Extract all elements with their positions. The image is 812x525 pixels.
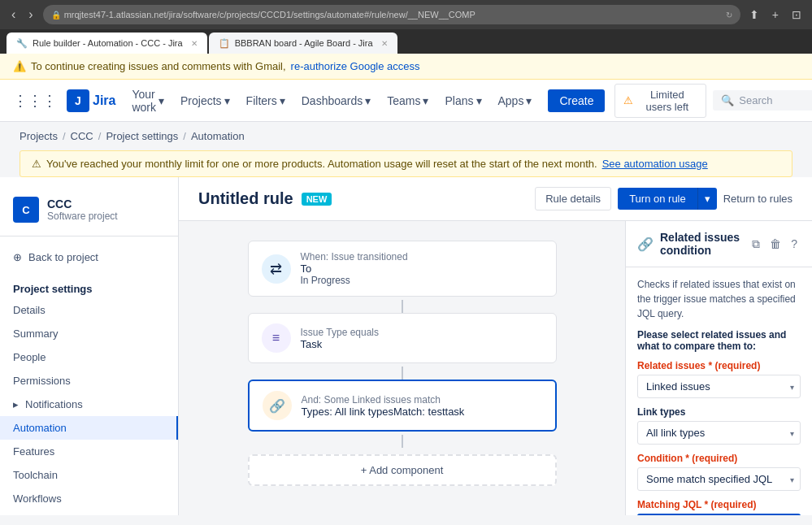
- add-component-button[interactable]: + Add component: [248, 454, 557, 486]
- address-bar[interactable]: 🔒 mrqjtest47-1.atlassian.net/jira/softwa…: [43, 5, 740, 24]
- condition-select-wrapper: Some match specified JQL ▾: [637, 467, 801, 491]
- tab-close-2[interactable]: ✕: [381, 39, 388, 48]
- flow-text-trigger: When: Issue transitioned To In Progress: [301, 251, 543, 286]
- nav-teams[interactable]: Teams ▾: [380, 89, 435, 112]
- sidebar-item-automation[interactable]: Automation: [0, 416, 178, 440]
- create-button[interactable]: Create: [548, 89, 605, 112]
- logo-text: Jira: [93, 93, 115, 108]
- matching-jql-input[interactable]: [637, 514, 801, 515]
- flow-item-condition2[interactable]: 🔗 And: Some Linked issues match Types: A…: [248, 380, 557, 432]
- extensions-button[interactable]: ⊡: [788, 7, 805, 23]
- nav-items: Your work ▾ Projects ▾ Filters ▾ Dashboa…: [125, 83, 538, 119]
- return-to-rules-button[interactable]: Return to rules: [723, 193, 792, 205]
- limit-warning-icon: ⚠: [32, 158, 41, 170]
- limit-text: You've reached your monthly limit for on…: [46, 158, 597, 170]
- breadcrumb-projects[interactable]: Projects: [20, 130, 58, 142]
- sidebar-item-summary[interactable]: Summary: [0, 322, 178, 345]
- sidebar-item-toolchain[interactable]: Toolchain: [0, 463, 178, 487]
- new-tab-button[interactable]: +: [768, 7, 783, 23]
- copy-panel-button[interactable]: ⧉: [749, 236, 763, 253]
- flow-item-trigger[interactable]: ⇄ When: Issue transitioned To In Progres…: [248, 241, 557, 297]
- nav-dashboards[interactable]: Dashboards ▾: [295, 89, 378, 112]
- condition-select[interactable]: Some match specified JQL: [637, 467, 801, 491]
- see-automation-usage-link[interactable]: See automation usage: [602, 158, 708, 170]
- sidebar-item-features[interactable]: Features: [0, 440, 178, 463]
- breadcrumb-project-settings[interactable]: Project settings: [106, 130, 178, 142]
- link-types-label: Link types: [637, 406, 801, 418]
- related-issues-select[interactable]: Linked issues: [637, 375, 801, 398]
- back-button[interactable]: ‹: [7, 6, 20, 24]
- sidebar-item-issues[interactable]: ▸ Issues: [0, 510, 178, 515]
- tab-icon: 🔧: [16, 38, 28, 49]
- tab-rule-builder[interactable]: 🔧 Rule builder - Automation - CCC - Jira…: [7, 33, 207, 54]
- flow-connector-1: [402, 300, 403, 313]
- share-button[interactable]: ⬆: [745, 7, 763, 23]
- panel-link-icon: 🔗: [637, 236, 654, 252]
- flow-label-condition1: Issue Type equals: [301, 327, 543, 338]
- related-issues-select-wrapper: Linked issues ▾: [637, 375, 801, 398]
- rule-header: Untitled rule NEW Rule details Turn on r…: [179, 177, 812, 221]
- limited-users-button[interactable]: ⚠ Limited users left: [614, 84, 706, 118]
- breadcrumb-ccc[interactable]: CCC: [71, 130, 93, 142]
- flow-icon-trigger: ⇄: [262, 254, 291, 284]
- chevron-icon-2: ▾: [224, 94, 230, 107]
- browser-chrome: ‹ › 🔒 mrqjtest47-1.atlassian.net/jira/so…: [0, 0, 812, 29]
- sidebar-item-notifications[interactable]: ▸ Notifications: [0, 393, 178, 416]
- tab-label-2: BBBRAN board - Agile Board - Jira: [235, 38, 373, 48]
- breadcrumb-automation[interactable]: Automation: [191, 130, 245, 142]
- flow-text-condition2: And: Some Linked issues match Types: All…: [302, 394, 542, 418]
- chevron-icon-7: ▾: [526, 94, 532, 107]
- breadcrumb-sep-1: /: [63, 130, 66, 142]
- tab-bbbran-board[interactable]: 📋 BBBRAN board - Agile Board - Jira ✕: [209, 33, 397, 54]
- nav-projects[interactable]: Projects ▾: [174, 89, 237, 112]
- rule-new-badge: NEW: [302, 193, 332, 206]
- nav-apps[interactable]: Apps ▾: [492, 89, 539, 112]
- matching-jql-input-wrapper: { }: [637, 514, 801, 515]
- turn-on-button[interactable]: Turn on rule: [618, 188, 697, 210]
- turn-on-dropdown[interactable]: ▾: [697, 188, 717, 210]
- panel-actions: ⧉ 🗑 ?: [749, 236, 801, 253]
- tab-close[interactable]: ✕: [191, 39, 198, 48]
- gmail-warning-banner: ⚠️ To continue creating issues and comme…: [0, 54, 812, 80]
- related-issues-label: Related issues * (required): [637, 360, 801, 371]
- nav-plans[interactable]: Plans ▾: [438, 89, 488, 112]
- nav-right: ⚠ Limited users left 🔍 Search 🔔 ❓ ⚙: [614, 84, 812, 118]
- delete-panel-button[interactable]: 🗑: [766, 236, 784, 253]
- sidebar-item-details[interactable]: Details: [0, 298, 178, 322]
- flow-value-trigger: To: [301, 262, 543, 275]
- canvas-panel-container: ⇄ When: Issue transitioned To In Progres…: [179, 221, 812, 515]
- project-type: Software project: [47, 210, 118, 222]
- sidebar-item-permissions[interactable]: Permissions: [0, 369, 178, 393]
- panel-title: Related issues condition: [660, 231, 742, 257]
- rule-title-row: Untitled rule NEW: [198, 189, 332, 208]
- sidebar-section-title: Project settings: [0, 275, 178, 298]
- nav-your-work[interactable]: Your work ▾: [125, 83, 171, 119]
- breadcrumb-sep-2: /: [98, 130, 102, 142]
- project-name: CCC: [47, 197, 118, 210]
- reauthorize-link[interactable]: re-authorize Google access: [291, 60, 420, 72]
- chevron-icon-4: ▾: [365, 94, 371, 107]
- breadcrumb-sep-3: /: [183, 130, 186, 142]
- forward-button[interactable]: ›: [24, 6, 37, 24]
- main-layout: C CCC Software project ⊕ Back to project…: [0, 177, 812, 515]
- right-panel: 🔗 Related issues condition ⧉ 🗑 ? Checks …: [625, 221, 812, 515]
- flow-connector-2: [402, 367, 403, 380]
- nav-filters[interactable]: Filters ▾: [240, 89, 292, 112]
- rule-details-button[interactable]: Rule details: [535, 187, 611, 210]
- rule-actions: Rule details Turn on rule ▾ Return to ru…: [535, 187, 792, 210]
- sidebar-item-workflows[interactable]: Workflows: [0, 487, 178, 510]
- search-bar[interactable]: 🔍 Search: [713, 90, 812, 111]
- sidebar-item-people[interactable]: People: [0, 345, 178, 369]
- flow-label-trigger: When: Issue transitioned: [301, 251, 543, 262]
- browser-nav: ‹ ›: [7, 6, 38, 24]
- grid-icon[interactable]: ⋮⋮⋮: [13, 92, 57, 110]
- flow-item-condition1[interactable]: ≡ Issue Type equals Task: [248, 313, 557, 363]
- jira-logo: J Jira: [67, 89, 115, 112]
- help-panel-button[interactable]: ?: [788, 236, 801, 253]
- project-icon: C: [13, 197, 39, 223]
- back-to-project[interactable]: ⊕ Back to project: [0, 246, 178, 268]
- chevron-icon-3: ▾: [280, 94, 285, 107]
- link-types-select[interactable]: All link types: [637, 421, 801, 445]
- flow-subvalue-trigger: In Progress: [301, 275, 543, 286]
- chevron-icon-6: ▾: [476, 94, 482, 107]
